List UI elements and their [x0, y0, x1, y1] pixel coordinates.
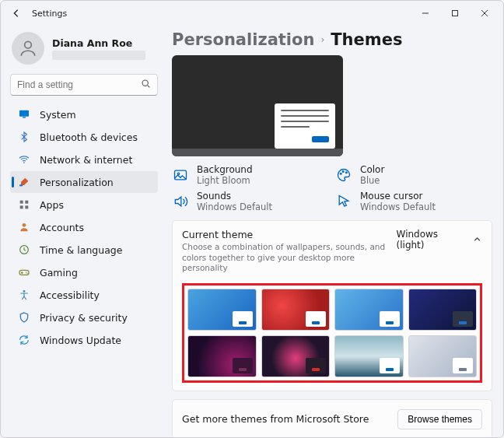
setting-color[interactable]: ColorBlue: [335, 164, 475, 186]
theme-tile[interactable]: [334, 335, 404, 377]
titlebar: Settings: [1, 1, 503, 26]
nav-label: Accounts: [40, 222, 84, 233]
store-label: Get more themes from Microsoft Store: [182, 413, 369, 425]
nav-item-time-language[interactable]: Time & language: [10, 239, 158, 261]
nav-label: System: [40, 109, 76, 121]
speaker-icon: [172, 193, 189, 210]
close-button[interactable]: [471, 2, 499, 24]
nav-item-accessibility[interactable]: Accessibility: [10, 284, 158, 306]
nav-label: Apps: [40, 199, 64, 211]
nav-item-bluetooth-devices[interactable]: Bluetooth & devices: [10, 126, 158, 148]
nav-item-gaming[interactable]: Gaming: [10, 261, 158, 283]
store-card: Get more themes from Microsoft Store Bro…: [172, 399, 492, 437]
svg-point-11: [23, 223, 26, 227]
account-name: Diana Ann Roe: [52, 37, 145, 49]
nav-item-accounts[interactable]: Accounts: [10, 216, 158, 238]
palette-icon: [335, 166, 352, 184]
theme-tile[interactable]: [187, 335, 257, 377]
current-theme-title: Current theme: [182, 229, 387, 240]
breadcrumb: Personalization › Themes: [172, 30, 492, 49]
nav-label: Personalization: [40, 177, 114, 188]
search-icon: [141, 79, 151, 91]
svg-point-1: [25, 41, 32, 48]
search-input[interactable]: [17, 79, 141, 90]
current-theme-desc: Choose a combination of wallpapers, soun…: [182, 242, 387, 274]
svg-rect-13: [19, 270, 29, 275]
update-icon: [18, 334, 30, 346]
nav-item-privacy-security[interactable]: Privacy & security: [10, 307, 158, 328]
main-content: Personalization › Themes BackgroundLight…: [164, 26, 503, 437]
svg-rect-8: [25, 201, 28, 204]
svg-rect-9: [20, 205, 23, 208]
minimize-button[interactable]: [411, 2, 439, 24]
nav-label: Bluetooth & devices: [40, 131, 138, 143]
svg-point-21: [346, 172, 348, 173]
search-box[interactable]: [10, 74, 158, 96]
svg-point-19: [340, 173, 341, 175]
nav-item-windows-update[interactable]: Windows Update: [10, 329, 158, 351]
cursor-icon: [335, 193, 352, 210]
svg-point-2: [142, 80, 148, 86]
image-icon: [172, 166, 189, 184]
themes-highlight-box: [182, 283, 482, 383]
bluetooth-icon: [18, 131, 30, 143]
sidebar: Diana Ann Roe SystemBluetooth & devicesN…: [1, 26, 164, 437]
breadcrumb-parent[interactable]: Personalization: [172, 30, 314, 49]
clock-icon: [18, 244, 30, 256]
person-icon: [18, 221, 30, 233]
svg-rect-4: [23, 117, 26, 117]
window-title: Settings: [32, 9, 67, 19]
account-block[interactable]: Diana Ann Roe: [10, 29, 158, 74]
nav-label: Time & language: [40, 244, 122, 256]
monitor-icon: [18, 108, 30, 121]
shield-icon: [18, 311, 30, 324]
nav-item-apps[interactable]: Apps: [10, 194, 158, 215]
brush-icon: [18, 176, 30, 188]
theme-tile[interactable]: [187, 289, 257, 331]
settings-window: Settings Diana Ann Roe SystemBlueto: [0, 0, 504, 438]
nav-label: Accessibility: [40, 289, 100, 301]
account-email-placeholder: [52, 51, 145, 60]
setting-background[interactable]: BackgroundLight Bloom: [172, 164, 312, 186]
gamepad-icon: [18, 266, 30, 279]
current-theme-selected: Windows (light): [397, 229, 464, 251]
avatar: [12, 32, 44, 65]
svg-point-14: [26, 272, 26, 272]
theme-tile[interactable]: [261, 289, 331, 331]
current-theme-header[interactable]: Current theme Choose a combination of wa…: [173, 221, 492, 282]
nav-label: Network & internet: [40, 154, 132, 166]
nav-list: SystemBluetooth & devicesNetwork & inter…: [10, 103, 158, 351]
maximize-button[interactable]: [441, 2, 469, 24]
accessibility-icon: [18, 289, 30, 301]
grid-icon: [18, 198, 30, 211]
theme-tile[interactable]: [261, 335, 331, 377]
nav-label: Gaming: [40, 267, 78, 279]
theme-preview: [172, 55, 343, 156]
nav-item-network-internet[interactable]: Network & internet: [10, 149, 158, 170]
svg-point-5: [23, 162, 25, 163]
svg-rect-3: [19, 110, 29, 117]
svg-rect-7: [20, 201, 23, 204]
svg-rect-6: [19, 184, 23, 186]
svg-point-20: [342, 171, 344, 173]
chevron-up-icon: [472, 234, 482, 245]
page-title: Themes: [331, 30, 402, 49]
setting-sounds[interactable]: SoundsWindows Default: [172, 191, 312, 212]
chevron-right-icon: ›: [320, 34, 324, 45]
theme-tile[interactable]: [408, 289, 478, 331]
nav-label: Privacy & security: [40, 312, 128, 324]
setting-cursor[interactable]: Mouse cursorWindows Default: [335, 191, 475, 212]
nav-item-system[interactable]: System: [10, 103, 158, 125]
theme-tile[interactable]: [334, 289, 404, 331]
wifi-icon: [18, 153, 30, 166]
themes-grid: [187, 289, 477, 377]
svg-point-16: [23, 290, 26, 293]
browse-themes-button[interactable]: Browse themes: [397, 409, 482, 429]
nav-item-personalization[interactable]: Personalization: [10, 171, 158, 193]
svg-point-15: [26, 273, 27, 274]
theme-tile[interactable]: [408, 335, 478, 377]
svg-rect-0: [453, 11, 458, 16]
svg-rect-10: [25, 205, 28, 208]
current-theme-card: Current theme Choose a combination of wa…: [172, 220, 492, 391]
back-button[interactable]: [5, 2, 27, 24]
